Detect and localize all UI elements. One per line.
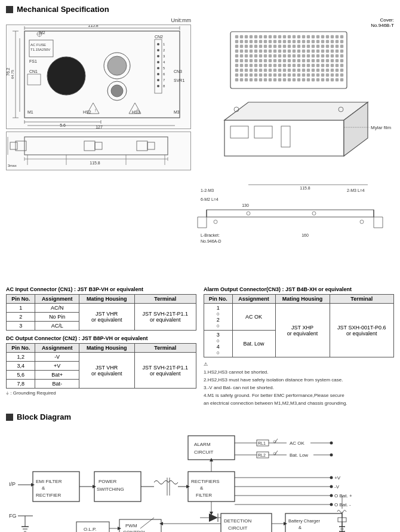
svg-rect-184 [297,54,300,57]
svg-rect-292 [264,78,267,81]
svg-text:8: 8 [163,84,165,88]
svg-rect-299 [297,78,300,81]
svg-text:115.8: 115.8 [90,161,100,165]
svg-rect-161 [297,50,300,53]
svg-rect-146 [336,45,339,48]
svg-text:M3: M3 [174,110,180,114]
svg-rect-211 [316,59,319,62]
ac-pin-1: 1 [7,304,35,313]
svg-rect-196 [245,59,248,62]
3d-exploded-svg: Mylar film 115.8 [195,25,392,282]
svg-text:&: & [299,525,301,530]
ac-col-terminal: Terminal [134,295,196,304]
svg-rect-314 [281,126,290,147]
svg-rect-234 [316,64,319,67]
svg-text:O Bat. +: O Bat. + [334,493,352,499]
svg-rect-228 [288,64,291,67]
svg-rect-165 [316,50,319,53]
svg-rect-241 [240,69,243,72]
mech-spec-area: Unit:mm 76.2 64.75 [6,17,394,283]
svg-rect-278 [307,74,310,77]
svg-rect-144 [326,45,329,48]
dc-pin-1: 1,2 [7,353,35,362]
top-view-svg: 76.2 64.75 115.8 AC FUSE T1.15A250V FS1 [7,25,190,129]
table-row: 1○2○ AC OK JST XHPor equivalent JST SXH-… [204,304,394,331]
svg-rect-100 [336,35,339,38]
svg-text:RL1: RL1 [258,441,266,445]
svg-rect-206 [293,59,296,62]
dc-pin-4: 7,8 [7,380,35,389]
svg-rect-207 [297,59,300,62]
svg-rect-233 [312,64,315,67]
svg-rect-158 [283,50,286,53]
alarm-col-housing: Mating Housing [275,295,330,304]
svg-rect-231 [302,64,305,67]
svg-rect-284 [336,74,339,77]
svg-point-24 [157,43,159,45]
svg-text:3max: 3max [8,164,17,167]
svg-text:1-2-M3: 1-2-M3 [201,188,214,192]
svg-rect-190 [326,54,329,57]
svg-rect-104 [245,40,248,43]
svg-rect-65 [137,141,147,151]
svg-rect-128 [250,45,253,48]
svg-rect-155 [269,50,272,53]
svg-rect-179 [273,54,276,57]
svg-rect-237 [331,64,334,67]
svg-point-21 [111,85,123,97]
alarm-pin-2: 3○4○ [204,331,233,357]
svg-text:FILTER: FILTER [196,493,212,498]
svg-rect-195 [240,59,243,62]
svg-rect-225 [273,64,276,67]
svg-rect-250 [283,69,286,72]
block-diagram-canvas: I/P FG EMI FILTER & RECTIFIER [6,425,394,532]
svg-text:CN3: CN3 [174,69,182,74]
svg-text:CONTROL: CONTROL [123,530,147,532]
ac-pin-2: 2 [7,313,35,322]
alarm-col-pin: Pin No. [204,295,233,304]
svg-text:T1.15A250V: T1.15A250V [30,48,50,51]
svg-rect-117 [307,40,310,43]
svg-rect-256 [312,69,315,72]
svg-rect-214 [331,59,334,62]
svg-text:76.2: 76.2 [7,68,10,76]
block-diagram-header: Block Diagram [6,412,394,421]
svg-rect-173 [245,54,248,57]
svg-rect-208 [302,59,305,62]
dc-col-assign: Assignment [35,344,79,353]
svg-rect-106 [254,40,257,43]
svg-rect-303 [316,78,319,81]
ground-note: ⏚ : Grounding Required [6,390,196,396]
svg-text:5.6: 5.6 [60,123,66,127]
svg-rect-80 [240,35,243,38]
svg-rect-89 [283,35,286,38]
svg-rect-204 [283,59,286,62]
svg-text:No.946A-D: No.946A-D [201,239,221,243]
svg-rect-254 [302,69,305,72]
svg-rect-246 [264,69,267,72]
svg-rect-277 [302,74,305,77]
svg-rect-140 [307,45,310,48]
svg-rect-271 [273,74,276,77]
svg-rect-280 [316,74,319,77]
ac-assign-3: AC/L [35,322,79,331]
svg-rect-159 [288,50,291,53]
unit-label: Unit:mm [6,17,191,23]
svg-rect-123 [336,40,339,43]
svg-rect-296 [283,78,286,81]
svg-rect-105 [250,40,253,43]
block-diagram-svg: I/P FG EMI FILTER & RECTIFIER [6,425,394,532]
alarm-pin-1: 1○2○ [204,304,233,331]
svg-rect-175 [254,54,257,57]
svg-rect-213 [326,59,329,62]
svg-text:AC OK: AC OK [290,441,305,446]
dc-housing: JST VHRor equivalent [79,353,134,389]
svg-text:CN1: CN1 [29,69,38,74]
svg-rect-130 [259,45,262,48]
svg-rect-138 [297,45,300,48]
svg-rect-169 [336,50,339,53]
svg-point-382 [330,454,333,457]
svg-rect-88 [278,35,281,38]
svg-point-30 [157,79,159,81]
svg-rect-282 [326,74,329,77]
